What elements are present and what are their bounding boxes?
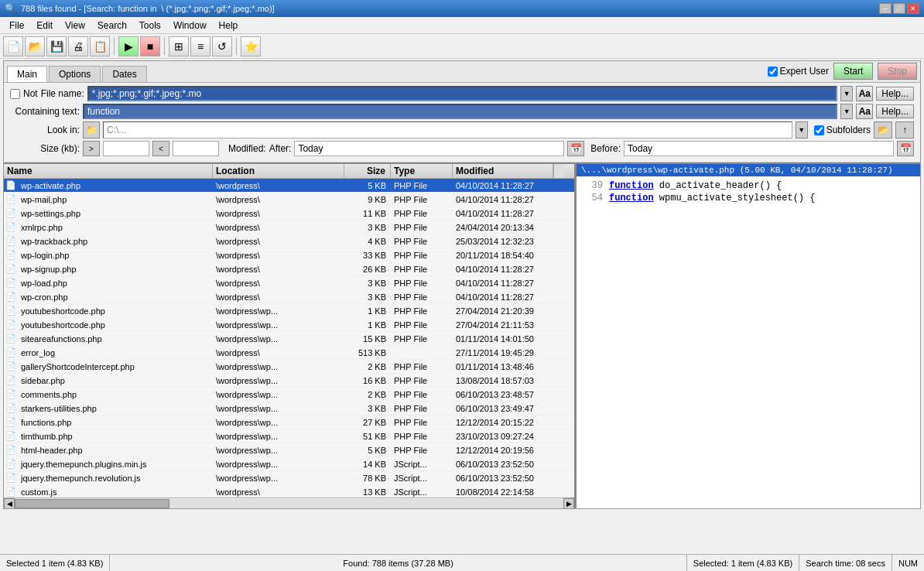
size-gt-button[interactable]: > xyxy=(83,141,100,156)
menu-tools[interactable]: Tools xyxy=(133,19,167,32)
size-lt-button[interactable]: < xyxy=(152,141,169,156)
line-code: function do_activate_header() { xyxy=(609,180,917,191)
file-row[interactable]: 📄 wp-mail.php \wordpress\ 9 KB PHP File … xyxy=(4,193,574,207)
horizontal-scrollbar[interactable]: ◀ ▶ xyxy=(4,497,574,508)
preview-body: 39 function do_activate_header() { 54 fu… xyxy=(577,176,920,508)
file-row[interactable]: 📄 youtubeshortcode.php \wordpress\wp... … xyxy=(4,318,574,332)
results-area: Name Location Size Type Modified 📄 wp-ac… xyxy=(4,162,920,508)
file-row[interactable]: 📄 error_log \wordpress\ 513 KB 27/11/201… xyxy=(4,346,574,360)
close-button[interactable]: ✕ xyxy=(907,3,919,14)
file-row[interactable]: 📄 youtubeshortcode.php \wordpress\wp... … xyxy=(4,304,574,318)
file-row[interactable]: 📄 wp-trackback.php \wordpress\ 4 KB PHP … xyxy=(4,234,574,248)
view-button[interactable]: ⊞ xyxy=(169,36,189,56)
col-header-size[interactable]: Size xyxy=(344,164,391,178)
file-name: error_log xyxy=(18,348,213,357)
file-location: \wordpress\wp... xyxy=(213,334,344,344)
not-checkbox[interactable] xyxy=(10,89,20,99)
print-button[interactable]: 🖨 xyxy=(68,36,88,56)
filename-aa-button[interactable]: Aa xyxy=(856,86,873,101)
file-row[interactable]: 📄 jquery.themepunch.plugins.min.js \word… xyxy=(4,457,574,471)
after-date-input[interactable] xyxy=(294,141,564,156)
file-row[interactable]: 📄 wp-settings.php \wordpress\ 11 KB PHP … xyxy=(4,207,574,221)
file-row[interactable]: 📄 xmlrpc.php \wordpress\ 3 KB PHP File 2… xyxy=(4,221,574,234)
file-type: PHP File xyxy=(391,223,453,232)
save-button[interactable]: 💾 xyxy=(46,36,67,56)
file-row[interactable]: 📄 html-header.php \wordpress\wp... 5 KB … xyxy=(4,443,574,457)
stop-button[interactable]: ■ xyxy=(140,36,160,56)
file-icon-php: 📄 xyxy=(4,221,18,234)
file-size: 1 KB xyxy=(344,320,391,330)
scrollbar-track[interactable] xyxy=(15,499,563,508)
file-row[interactable]: 📄 wp-cron.php \wordpress\ 3 KB PHP File … xyxy=(4,290,574,304)
file-name-input[interactable]: *.jpg;*.png;*.gif;*.jpeg;*.mo xyxy=(87,86,838,101)
maximize-button[interactable]: □ xyxy=(893,3,905,14)
containing-aa-button[interactable]: Aa xyxy=(856,104,873,119)
col-header-name[interactable]: Name xyxy=(4,164,213,178)
bookmark-button[interactable]: ⭐ xyxy=(241,36,261,56)
scroll-right-button[interactable]: ▶ xyxy=(563,498,574,509)
stop-button-main[interactable]: Stop xyxy=(878,63,917,80)
col-header-location[interactable]: Location xyxy=(213,164,344,178)
containing-dropdown-button[interactable]: ▼ xyxy=(840,104,853,119)
tab-options[interactable]: Options xyxy=(49,66,101,82)
before-date-input[interactable] xyxy=(624,141,894,156)
file-row[interactable]: 📄 wp-login.php \wordpress\ 33 KB PHP Fil… xyxy=(4,248,574,262)
after-cal-button[interactable]: 📅 xyxy=(567,141,584,156)
expert-user-checkbox[interactable] xyxy=(768,67,778,77)
folder-open-button[interactable]: 📂 xyxy=(874,121,892,138)
file-row[interactable]: 📄 wp-signup.php \wordpress\ 26 KB PHP Fi… xyxy=(4,262,574,276)
minimize-button[interactable]: ─ xyxy=(879,3,891,14)
containing-help-button[interactable]: Help... xyxy=(876,104,914,118)
new-button[interactable]: 📄 xyxy=(3,36,23,56)
menu-view[interactable]: View xyxy=(59,19,91,32)
size-to-input[interactable] xyxy=(173,141,219,156)
file-row[interactable]: 📄 wp-activate.php \wordpress\ 5 KB PHP F… xyxy=(4,179,574,193)
file-icon-php: 📄 xyxy=(4,443,18,457)
filename-help-button[interactable]: Help... xyxy=(876,87,914,101)
scroll-left-button[interactable]: ◀ xyxy=(4,498,15,509)
file-row[interactable]: 📄 sidebar.php \wordpress\wp... 16 KB PHP… xyxy=(4,374,574,388)
menu-edit[interactable]: Edit xyxy=(30,19,59,32)
menu-search[interactable]: Search xyxy=(91,19,133,32)
before-cal-button[interactable]: 📅 xyxy=(897,141,914,156)
size-from-input[interactable] xyxy=(103,141,149,156)
open-button[interactable]: 📂 xyxy=(25,36,45,56)
file-row[interactable]: 📄 wp-load.php \wordpress\ 3 KB PHP File … xyxy=(4,276,574,290)
copy-button[interactable]: 📋 xyxy=(90,36,110,56)
file-row[interactable]: 📄 timthumb.php \wordpress\wp... 51 KB PH… xyxy=(4,429,574,443)
file-row[interactable]: 📄 custom.js \wordpress\ 13 KB JScript...… xyxy=(4,485,574,497)
file-row[interactable]: 📄 jquery.themepunch.revolution.js \wordp… xyxy=(4,471,574,485)
detail-button[interactable]: ≡ xyxy=(190,36,210,56)
folder-nav-button[interactable]: ↑ xyxy=(895,121,914,138)
file-location: \wordpress\wp... xyxy=(213,362,344,371)
file-row[interactable]: 📄 starkers-utilities.php \wordpress\wp..… xyxy=(4,402,574,415)
file-size: 78 KB xyxy=(344,474,391,483)
refresh-button[interactable]: ↺ xyxy=(212,36,232,56)
tab-dates[interactable]: Dates xyxy=(102,66,146,82)
tab-main[interactable]: Main xyxy=(7,66,47,82)
lookin-icon[interactable]: 📁 xyxy=(83,121,100,138)
file-row[interactable]: 📄 comments.php \wordpress\wp... 2 KB PHP… xyxy=(4,388,574,402)
play-button[interactable]: ▶ xyxy=(118,36,139,56)
menu-help[interactable]: Help xyxy=(213,19,245,32)
file-row[interactable]: 📄 galleryShortcodeIntercept.php \wordpre… xyxy=(4,360,574,374)
file-row[interactable]: 📄 siteareafunctions.php \wordpress\wp...… xyxy=(4,332,574,346)
menu-window[interactable]: Window xyxy=(167,19,213,32)
lookin-dropdown-button[interactable]: ▼ xyxy=(796,121,808,138)
subfolders-checkbox[interactable] xyxy=(814,125,824,135)
title-bar-controls: ─ □ ✕ xyxy=(879,3,919,14)
file-location: \wordpress\wp... xyxy=(213,432,344,441)
containing-input[interactable] xyxy=(83,104,837,119)
file-row[interactable]: 📄 functions.php \wordpress\wp... 27 KB P… xyxy=(4,415,574,429)
menu-file[interactable]: File xyxy=(3,19,30,32)
file-icon-php: 📄 xyxy=(4,374,18,388)
filename-dropdown-button[interactable]: ▼ xyxy=(840,86,853,101)
start-button[interactable]: Start xyxy=(833,63,873,80)
col-header-type[interactable]: Type xyxy=(391,164,453,178)
status-found: Found: 788 items (37.28 MB) xyxy=(110,555,686,571)
file-list-body: 📄 wp-activate.php \wordpress\ 5 KB PHP F… xyxy=(4,179,574,497)
toolbar-separator-1 xyxy=(114,38,115,55)
col-header-modified[interactable]: Modified xyxy=(453,164,553,178)
scrollbar-thumb[interactable] xyxy=(15,499,169,508)
file-icon-php: 📄 xyxy=(4,248,18,262)
